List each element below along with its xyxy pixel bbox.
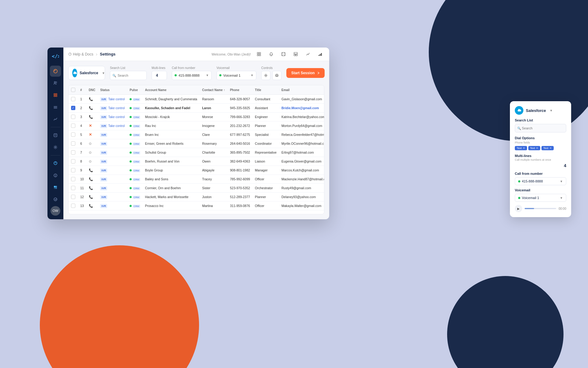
analytics-btn[interactable] xyxy=(303,50,312,59)
svg-rect-4 xyxy=(54,94,55,95)
call-from-select[interactable]: 415-888-8888 ▼ xyxy=(172,71,212,80)
popup-multilines-num: 4 xyxy=(564,163,566,168)
row-checkbox[interactable] xyxy=(71,204,75,208)
salesforce-selector[interactable]: Salesforce ▼ xyxy=(68,66,105,80)
sidebar-item-power[interactable] xyxy=(50,158,61,169)
row-checkbox[interactable] xyxy=(71,177,75,181)
grid-view-btn[interactable] xyxy=(254,50,263,59)
td-status-1: IVRTake control xyxy=(98,104,127,113)
td-pulse-1: CRM xyxy=(127,104,142,113)
popup-tag-1-close[interactable]: ✕ xyxy=(523,147,525,150)
row-checkbox[interactable] xyxy=(71,159,75,163)
row-checkbox[interactable] xyxy=(71,97,75,101)
svg-point-14 xyxy=(55,147,56,148)
take-control-link[interactable]: Take control xyxy=(108,98,125,101)
svg-rect-28 xyxy=(257,55,259,56)
print-btn[interactable] xyxy=(272,71,281,80)
td-status-6: IVR xyxy=(98,148,127,157)
voicemail-select[interactable]: Voicemail 1 ▼ xyxy=(217,71,256,80)
td-status-11: IVR xyxy=(98,193,127,201)
row-checkbox[interactable] xyxy=(71,141,75,146)
row-checkbox[interactable] xyxy=(71,195,75,199)
td-checkbox-5 xyxy=(69,139,78,148)
take-control-link[interactable]: Take control xyxy=(108,115,125,119)
multilines-input[interactable] xyxy=(152,71,167,80)
svg-point-1 xyxy=(54,69,57,73)
popup-search-input[interactable] xyxy=(515,124,566,132)
popup-tags: Text ✕ Text ✕ Text ✕ xyxy=(515,146,566,150)
popup-progress-bar[interactable] xyxy=(525,208,556,209)
th-num: # xyxy=(78,85,86,95)
voicemail-group: Voicemail Voicemail 1 ▼ xyxy=(217,66,256,80)
svg-rect-34 xyxy=(318,55,319,56)
td-checkbox-9 xyxy=(69,175,78,184)
sidebar-item-info[interactable] xyxy=(50,170,61,181)
table-row: 1📞IVRTake controlCRMSchmidt, Daugherty a… xyxy=(69,95,324,104)
expand-btn[interactable] xyxy=(279,50,288,59)
pulse-dot xyxy=(130,125,132,127)
sidebar-item-extra2[interactable] xyxy=(50,194,61,205)
help-docs-text: Help & Docs xyxy=(73,52,93,56)
sidebar-logo[interactable]: </> xyxy=(51,51,60,61)
sidebar-item-extra1[interactable] xyxy=(50,182,61,193)
controls-group: Controls xyxy=(261,66,281,80)
layout-btn[interactable] xyxy=(291,50,300,59)
pulse-dot xyxy=(130,151,132,154)
bars-btn[interactable] xyxy=(316,50,324,59)
gear-btn[interactable] xyxy=(261,71,270,80)
row-checkbox[interactable] xyxy=(71,186,75,190)
row-checkbox[interactable] xyxy=(71,168,75,172)
td-email-9: Mackenzie.Hand87@hotmail.com xyxy=(279,175,324,184)
th-checkbox xyxy=(69,85,78,95)
call-from-arrow: ▼ xyxy=(206,74,209,77)
row-checkbox[interactable] xyxy=(71,124,75,128)
sidebar-item-lines[interactable] xyxy=(50,102,61,113)
help-docs-link[interactable]: ? Help & Docs xyxy=(68,52,93,56)
td-status-3: IVRTake control xyxy=(98,121,127,130)
svg-rect-27 xyxy=(259,52,261,54)
popup-search-icon: 🔍 xyxy=(517,127,521,130)
table-row: 7⊙IVRCRMSchulist GroupCharlotte365-895-7… xyxy=(69,148,324,157)
sidebar-item-calls[interactable] xyxy=(50,66,61,76)
td-contact-0: Ransom xyxy=(200,95,228,104)
sidebar-item-settings[interactable] xyxy=(50,142,61,153)
popup-tag-1[interactable]: Text ✕ xyxy=(515,146,527,150)
popup-tag-2-close[interactable]: ✕ xyxy=(536,147,538,150)
row-checkbox-checked[interactable]: ✓ xyxy=(71,106,75,110)
popup-tag-3[interactable]: Text ✕ xyxy=(541,146,554,150)
popup-tag-3-close[interactable]: ✕ xyxy=(549,147,552,150)
popup-call-from-select[interactable]: 415-888-8888 ▼ xyxy=(515,177,566,185)
row-checkbox[interactable] xyxy=(71,150,75,155)
row-checkbox[interactable] xyxy=(71,132,75,137)
svg-rect-39 xyxy=(276,75,278,76)
td-email-5: Myrtle.OConner96@hotmail.com xyxy=(279,139,324,148)
dnc-phone-icon: 📞 xyxy=(89,106,93,110)
avatar[interactable]: OW xyxy=(51,206,60,216)
take-control-link[interactable]: Take control xyxy=(108,106,125,110)
sidebar-item-contacts[interactable] xyxy=(50,130,61,140)
email-link[interactable]: Bridie.Moen@gmail.com xyxy=(281,106,319,110)
select-all-checkbox[interactable] xyxy=(71,88,75,92)
pulse-dot xyxy=(130,107,132,109)
salesforce-name: Salesforce xyxy=(80,71,98,75)
popup-voicemail-select[interactable]: Voicemail 1 ▼ xyxy=(515,194,566,202)
top-bar-nav: ? Help & Docs › Settings xyxy=(68,52,115,57)
sidebar-item-analytics[interactable] xyxy=(50,114,61,125)
sidebar-item-integrations[interactable] xyxy=(50,90,61,101)
take-control-link[interactable]: Take control xyxy=(108,124,125,128)
search-icon: 🔍 xyxy=(112,74,116,77)
td-phone-11: 512-289-2377 xyxy=(228,193,252,201)
ivr-badge: IVR xyxy=(100,151,107,155)
popup-tag-2[interactable]: Text ✕ xyxy=(528,146,541,150)
start-session-button[interactable]: Start Session xyxy=(286,68,325,78)
td-contact-3: Imogene xyxy=(200,121,228,130)
svg-rect-36 xyxy=(321,53,322,56)
popup-play-btn[interactable]: ▶ xyxy=(515,205,522,212)
search-input-wrap: 🔍 xyxy=(110,71,147,80)
row-checkbox[interactable] xyxy=(71,115,75,119)
data-table: # DNC Status Pulse Account Name Contact … xyxy=(69,85,324,210)
td-phone-5: 264-640-5016 xyxy=(228,139,252,148)
sidebar-item-users[interactable] xyxy=(50,78,61,89)
notifications-btn[interactable] xyxy=(267,50,275,59)
table-row: ✓2📞IVRTake controlCRMKassulke, Schaden a… xyxy=(69,104,324,113)
